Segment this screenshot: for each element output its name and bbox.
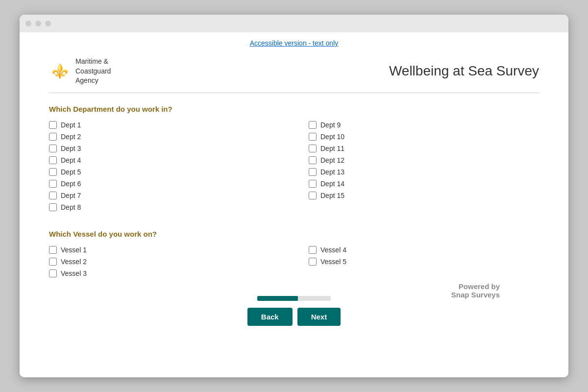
dept-checkbox-5[interactable] (49, 168, 57, 176)
list-item: Dept 8 (49, 203, 279, 211)
list-item: Vessel 5 (309, 258, 539, 266)
dept-label-right-3: Dept 11 (320, 145, 344, 152)
list-item: Vessel 3 (49, 270, 279, 277)
powered-by-line2: Snap Surveys (451, 291, 500, 299)
list-item: Vessel 2 (49, 258, 279, 266)
window-dot-3 (45, 21, 51, 26)
powered-by: Powered by Snap Surveys (451, 282, 500, 299)
list-item: Dept 6 (49, 180, 279, 188)
footer-area: Back Next Powered by Snap Surveys (49, 296, 539, 326)
list-item: Vessel 4 (309, 246, 539, 254)
dept-label-right-1: Dept 9 (320, 121, 341, 129)
vessel-checkbox-1[interactable] (49, 246, 57, 254)
dept-checkbox-right-7[interactable] (309, 192, 317, 199)
dept-checkbox-8[interactable] (49, 203, 57, 211)
dept-checkbox-3[interactable] (49, 145, 57, 152)
dept-checkbox-6[interactable] (49, 180, 57, 188)
list-item: Dept 10 (309, 133, 539, 141)
dept-checkbox-right-4[interactable] (309, 156, 317, 164)
dept-label-4: Dept 4 (61, 156, 81, 164)
vessel-checkbox-right-2[interactable] (309, 258, 317, 266)
dept-checkbox-2[interactable] (49, 133, 57, 141)
window-dot-1 (25, 21, 31, 26)
dept-checkbox-right-5[interactable] (309, 168, 317, 176)
question2-left-col: Vessel 1Vessel 2Vessel 3 (49, 246, 279, 281)
titlebar (20, 15, 568, 32)
dept-label-1: Dept 1 (61, 121, 81, 129)
vessel-label-3: Vessel 3 (61, 270, 87, 277)
list-item: Vessel 1 (49, 246, 279, 254)
question1-right-col: Dept 9Dept 10Dept 11Dept 12Dept 13Dept 1… (309, 121, 539, 215)
dept-label-6: Dept 6 (61, 180, 81, 188)
logo-line1: Maritime & (75, 57, 108, 65)
dept-label-7: Dept 7 (61, 192, 81, 199)
content-area: Accessible version - text only ⚜️ Mariti… (20, 32, 568, 377)
navigation-section: Back Next (49, 296, 539, 326)
dept-checkbox-right-2[interactable] (309, 133, 317, 141)
dept-label-right-7: Dept 15 (320, 192, 344, 199)
list-item: Dept 13 (309, 168, 539, 176)
back-button[interactable]: Back (247, 308, 293, 326)
dept-checkbox-right-3[interactable] (309, 145, 317, 152)
dept-checkbox-4[interactable] (49, 156, 57, 164)
dept-label-right-5: Dept 13 (320, 168, 344, 176)
list-item: Dept 5 (49, 168, 279, 176)
list-item: Dept 1 (49, 121, 279, 129)
nav-buttons: Back Next (247, 308, 341, 326)
question2-label: Which Vessel do you work on? (49, 230, 539, 238)
vessel-label-2: Vessel 2 (61, 258, 87, 266)
list-item: Dept 12 (309, 156, 539, 164)
question1-label: Which Department do you work in? (49, 105, 539, 113)
list-item: Dept 4 (49, 156, 279, 164)
vessel-label-right-1: Vessel 4 (320, 246, 346, 254)
logo-icon: ⚜️ (49, 60, 71, 82)
dept-label-right-4: Dept 12 (320, 156, 344, 164)
list-item: Dept 9 (309, 121, 539, 129)
question2-grid: Vessel 1Vessel 2Vessel 3 Vessel 4Vessel … (49, 246, 539, 281)
powered-by-line1: Powered by (451, 282, 500, 291)
vessel-checkbox-right-1[interactable] (309, 246, 317, 254)
dept-checkbox-7[interactable] (49, 192, 57, 199)
logo-line3: Agency (75, 76, 98, 84)
header: ⚜️ Maritime & Coastguard Agency Wellbein… (49, 52, 539, 93)
dept-label-2: Dept 2 (61, 133, 81, 141)
vessel-label-1: Vessel 1 (61, 246, 87, 254)
vessel-checkbox-3[interactable] (49, 270, 57, 277)
dept-label-right-2: Dept 10 (320, 133, 344, 141)
question2-right-col: Vessel 4Vessel 5 (309, 246, 539, 281)
dept-checkbox-right-6[interactable] (309, 180, 317, 188)
dept-label-8: Dept 8 (61, 203, 81, 211)
vessel-checkbox-2[interactable] (49, 258, 57, 266)
dept-label-right-6: Dept 14 (320, 180, 344, 188)
list-item: Dept 11 (309, 145, 539, 152)
progress-bar-container (257, 296, 331, 301)
question1-grid: Dept 1Dept 2Dept 3Dept 4Dept 5Dept 6Dept… (49, 121, 539, 215)
list-item: Dept 15 (309, 192, 539, 199)
next-button[interactable]: Next (297, 308, 341, 326)
dept-checkbox-right-1[interactable] (309, 121, 317, 129)
survey-title: Wellbeing at Sea Survey (389, 63, 539, 79)
vessel-label-right-2: Vessel 5 (320, 258, 346, 266)
dept-checkbox-1[interactable] (49, 121, 57, 129)
list-item: Dept 3 (49, 145, 279, 152)
dept-label-3: Dept 3 (61, 145, 81, 152)
accessible-link[interactable]: Accessible version - text only (49, 32, 539, 52)
list-item: Dept 7 (49, 192, 279, 199)
dept-label-5: Dept 5 (61, 168, 81, 176)
logo-text: Maritime & Coastguard Agency (75, 57, 111, 86)
browser-window: Accessible version - text only ⚜️ Mariti… (20, 15, 568, 377)
progress-bar-fill (257, 296, 298, 301)
list-item: Dept 2 (49, 133, 279, 141)
logo-line2: Coastguard (75, 67, 111, 75)
list-item: Dept 14 (309, 180, 539, 188)
window-dot-2 (35, 21, 41, 26)
logo-area: ⚜️ Maritime & Coastguard Agency (49, 57, 111, 86)
question1-left-col: Dept 1Dept 2Dept 3Dept 4Dept 5Dept 6Dept… (49, 121, 279, 215)
